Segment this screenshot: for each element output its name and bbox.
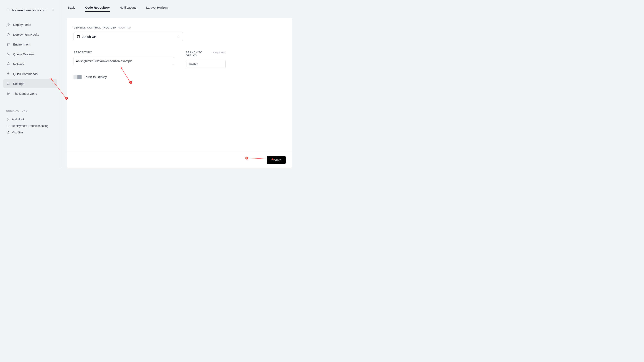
nav-label: Deployments [13,23,31,27]
hex-icon [6,8,10,12]
qa-label: Visit Site [12,131,23,134]
nav-item-environment[interactable]: Environment [3,40,57,49]
nav-label: Deployment Hooks [13,33,39,36]
chevron-updown-icon [52,9,54,12]
quick-actions-title: QUICK ACTIONS [6,110,54,112]
qa-troubleshooting[interactable]: Deployment Troubleshooting [6,123,54,129]
svg-point-11 [8,118,8,119]
branch-input[interactable] [186,60,226,68]
svg-point-4 [8,63,8,63]
branch-label: BRANCH TO DEPLOY REQUIRED [186,51,226,57]
github-icon [76,35,80,38]
external-link-icon [6,124,10,128]
site-name: horizon.cleavr-one.com [12,9,50,12]
vcp-value: Anish GH [82,35,175,38]
qa-visit-site[interactable]: Visit Site [6,129,54,136]
main-nav: Deployments Deployment Hooks Environment… [0,17,61,98]
qa-label: Add Hook [12,118,24,121]
vcp-label: VERSION CONTROL PROVIDER REQUIRED [74,26,285,29]
svg-point-10 [8,93,9,94]
tab-laravel-horizon[interactable]: Laravel Horizon [146,6,168,12]
push-to-deploy-label: Push to Deploy [84,75,107,79]
nav-item-danger[interactable]: The Danger Zone [3,89,57,98]
nav-label: Network [13,62,24,66]
qa-add-hook[interactable]: Add Hook [6,116,54,123]
settings-tabs: Basic Code Repository Notifications Lara… [67,4,292,12]
anchor-icon [6,32,10,37]
svg-point-8 [7,84,8,85]
nav-item-network[interactable]: Network [3,60,57,69]
rocket-icon [6,23,10,27]
svg-point-1 [8,33,8,34]
svg-point-9 [7,93,8,94]
settings-card: VERSION CONTROL PROVIDER REQUIRED Anish … [67,18,292,168]
nav-item-deployments[interactable]: Deployments [3,20,57,29]
network-icon [6,62,10,66]
card-body: VERSION CONTROL PROVIDER REQUIRED Anish … [67,18,292,152]
tab-notifications[interactable]: Notifications [120,6,136,12]
annotation-badge-3: 3 [246,157,248,159]
tab-code-repository[interactable]: Code Repository [85,6,110,12]
required-badge: REQUIRED [213,51,226,54]
main-content: Basic Code Repository Notifications Lara… [61,0,298,168]
chevron-updown-icon [177,35,180,38]
svg-point-3 [8,55,10,55]
nav-item-hooks[interactable]: Deployment Hooks [3,30,57,39]
nav-item-commands[interactable]: Quick Commands [3,69,57,78]
nav-label: Queue Workers [13,53,34,56]
annotation-badge-2: 2 [129,81,132,84]
qa-label: Deployment Troubleshooting [12,124,48,128]
nav-item-settings[interactable]: Settings [3,79,57,88]
svg-point-7 [8,83,9,83]
leaf-icon [6,42,10,46]
svg-point-2 [7,53,8,54]
update-button[interactable]: Update [267,156,286,164]
annotation-badge-1: 1 [65,97,68,100]
anchor-small-icon [6,118,10,121]
svg-point-0 [8,24,9,25]
site-selector[interactable]: horizon.cleavr-one.com [0,6,61,17]
nav-label: Environment [13,43,30,46]
required-badge: REQUIRED [118,27,131,29]
sidebar: horizon.cleavr-one.com Deployments Deplo… [0,0,61,168]
bolt-icon [6,72,10,76]
skull-icon [6,91,10,96]
nav-label: Settings [13,82,24,86]
repository-input[interactable] [74,57,174,65]
push-to-deploy-toggle[interactable] [74,75,82,79]
vcp-select[interactable]: Anish GH [74,32,183,41]
repo-label: REPOSITORY [74,51,174,54]
nav-label: The Danger Zone [13,92,37,95]
nav-item-queue[interactable]: Queue Workers [3,50,57,59]
tab-basic[interactable]: Basic [68,6,76,12]
nav-label: Quick Commands [13,72,38,76]
card-footer: Update [67,152,292,168]
quick-actions: QUICK ACTIONS Add Hook Deployment Troubl… [0,99,61,136]
link-icon [6,52,10,56]
sliders-icon [6,82,10,86]
external-link-icon [6,131,10,134]
